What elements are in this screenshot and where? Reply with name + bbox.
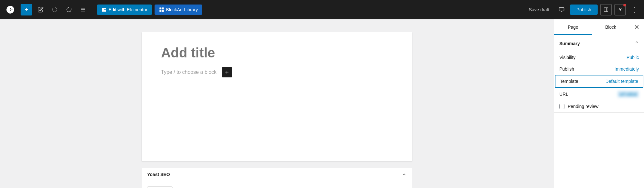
sidebar-close-button[interactable]: ✕ (630, 19, 644, 35)
svg-rect-5 (102, 8, 104, 12)
svg-rect-8 (159, 7, 161, 9)
toolbar: W + Edit with Elementor (0, 0, 644, 19)
svg-rect-7 (104, 10, 106, 12)
svg-rect-11 (162, 10, 164, 12)
template-label: Template (560, 79, 578, 84)
svg-rect-12 (559, 7, 564, 11)
add-block-toolbar-button[interactable]: + (21, 4, 32, 15)
block-placeholder-row: Type / to choose a block + (161, 67, 393, 77)
main-layout: Type / to choose a block + Yoast SEO ✕ S… (0, 19, 644, 188)
block-placeholder-text: Type / to choose a block (161, 69, 217, 75)
toolbar-right: Save draft Publish Y ⋮ (525, 4, 640, 15)
publish-value[interactable]: Immediately (615, 66, 639, 72)
url-label: URL (559, 92, 568, 97)
sidebar-content: Summary ⌃ Visibility Public Publish Imme… (554, 35, 644, 188)
yoast-header[interactable]: Yoast SEO (142, 168, 412, 181)
publish-label: Publish (559, 66, 574, 72)
sidebar-tabs: Page Block ✕ (554, 19, 644, 35)
title-input[interactable] (161, 45, 393, 61)
svg-text:W: W (8, 8, 12, 12)
summary-section-title: Summary (559, 41, 580, 46)
notification-dot (623, 4, 626, 6)
tab-seo[interactable]: ✕ SEO (147, 186, 173, 188)
tab-readability[interactable]: ✕ Readability (173, 186, 211, 188)
yoast-collapse-icon (402, 172, 407, 177)
tab-page[interactable]: Page (554, 19, 592, 35)
tab-schema[interactable]: Schema (212, 186, 244, 188)
redo-button[interactable] (63, 4, 75, 15)
svg-rect-15 (604, 8, 608, 12)
summary-section-header[interactable]: Summary ⌃ (554, 35, 644, 52)
yoast-title: Yoast SEO (147, 172, 170, 177)
svg-rect-6 (104, 8, 106, 9)
sidebar-toggle-button[interactable] (600, 4, 612, 15)
summary-section: Summary ⌃ Visibility Public Publish Imme… (554, 35, 644, 113)
yoast-tabs: ✕ SEO ✕ Readability Schema (147, 186, 407, 188)
view-button[interactable] (556, 4, 567, 15)
pending-review-row: Pending review (554, 101, 644, 112)
publish-row: Publish Immediately (554, 63, 644, 75)
tab-block[interactable]: Block (592, 19, 630, 35)
visibility-label: Visibility (559, 55, 575, 60)
editor-area: Type / to choose a block + Yoast SEO ✕ S… (0, 19, 554, 188)
summary-chevron-icon: ⌃ (635, 40, 639, 46)
pending-review-checkbox[interactable] (559, 104, 564, 109)
svg-rect-9 (162, 7, 164, 9)
visibility-row: Visibility Public (554, 52, 644, 63)
yoast-section: Yoast SEO ✕ SEO ✕ Readability (142, 168, 412, 188)
undo-button[interactable] (49, 4, 61, 15)
sidebar: Page Block ✕ Summary ⌃ Visibility Public… (554, 19, 644, 188)
user-avatar[interactable]: Y (614, 4, 626, 15)
toolbar-separator-1 (93, 6, 93, 14)
svg-rect-10 (159, 10, 161, 12)
url-row: URL url-value (554, 88, 644, 101)
edit-elementor-button[interactable]: Edit with Elementor (97, 5, 152, 15)
pencil-icon-button[interactable] (35, 4, 46, 15)
url-value[interactable]: url-value (618, 91, 639, 97)
add-block-inline-button[interactable]: + (222, 67, 232, 77)
list-view-button[interactable] (77, 4, 89, 15)
blockart-library-button[interactable]: BlockArt Library (155, 5, 203, 15)
yoast-body: ✕ SEO ✕ Readability Schema (142, 181, 412, 188)
visibility-value[interactable]: Public (627, 55, 639, 60)
template-value[interactable]: Default template (605, 79, 638, 84)
editor-content: Type / to choose a block + (142, 32, 412, 161)
save-draft-button[interactable]: Save draft (525, 5, 553, 15)
wp-logo: W (4, 3, 17, 16)
more-options-button[interactable]: ⋮ (629, 6, 640, 14)
tab-social[interactable]: Social (244, 186, 272, 188)
template-row[interactable]: Template Default template (555, 75, 643, 88)
pending-review-label: Pending review (568, 104, 599, 109)
publish-button[interactable]: Publish (570, 5, 598, 15)
